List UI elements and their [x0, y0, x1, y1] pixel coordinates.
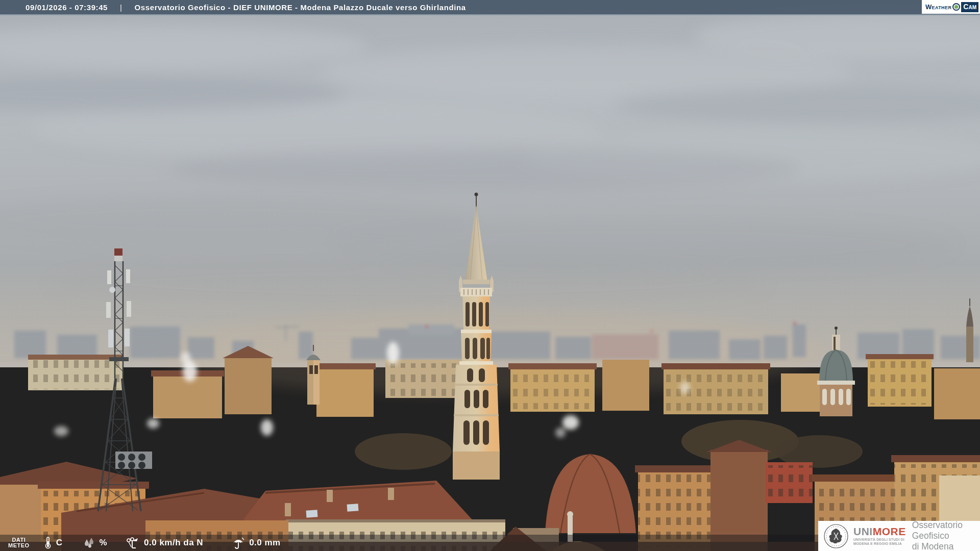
unimore-seal-icon [823, 522, 849, 550]
observatory-title: Osservatorio Geofisico di Modena [912, 520, 980, 551]
unimore-logo-box[interactable]: UNIMORE UNIVERSITÀ DEGLI STUDI DI MODENA… [818, 521, 980, 551]
title-bar: 09/01/2026 - 07:39:45 | Osservatorio Geo… [0, 0, 980, 15]
temperature-value: C [56, 538, 63, 548]
webcam-page: 09/01/2026 - 07:39:45 | Osservatorio Geo… [0, 0, 980, 551]
datetime-label: 09/01/2026 - 07:39:45 [26, 3, 108, 12]
brand-subtitle-2: MODENA E REGGIO EMILIA [853, 542, 906, 546]
webcam-photo [0, 0, 980, 551]
weathercam-logo[interactable]: Weather Cam [922, 0, 980, 14]
unimore-brand: UNIMORE UNIVERSITÀ DEGLI STUDI DI MODENA… [853, 526, 906, 546]
dati-meteo-label: DATI METEO [8, 537, 30, 548]
weathercam-word1: Weather [925, 3, 951, 11]
rain-value: 0.0 mm [249, 538, 281, 548]
rain-umbrella-icon [232, 537, 245, 549]
humidity-value: % [99, 538, 107, 548]
wind-value: 0.0 km/h da N [144, 538, 203, 548]
camera-title: Osservatorio Geofisico - DIEF UNIMORE - … [135, 3, 466, 12]
thermometer-icon [44, 536, 52, 549]
humidity-drops-icon [83, 537, 96, 548]
weathercam-lens-icon [952, 3, 960, 11]
separator: | [120, 3, 122, 12]
brand-uni: UNI [853, 525, 873, 537]
weathercam-word2: Cam [961, 2, 978, 12]
brand-subtitle-1: UNIVERSITÀ DEGLI STUDI DI [853, 538, 906, 542]
brand-more: MORE [873, 525, 906, 537]
wind-anemometer-icon [125, 537, 140, 549]
